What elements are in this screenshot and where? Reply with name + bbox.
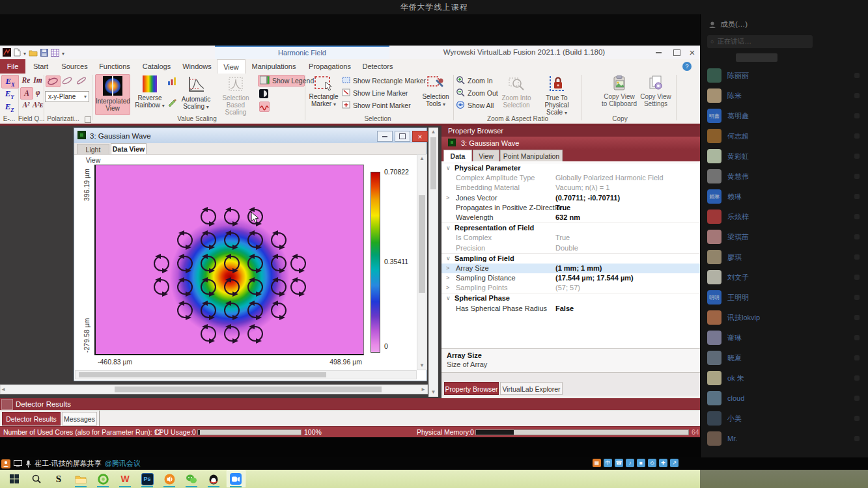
taskbar-icon-start[interactable] <box>8 472 21 485</box>
ribbon-tab-catalogs[interactable]: Catalogs <box>136 59 177 74</box>
taskbar-icon-photoshop[interactable]: Ps <box>141 472 154 485</box>
zoom-out-button[interactable]: Zoom Out <box>456 87 498 99</box>
interpolated-view-button[interactable]: Interpolated View <box>95 74 130 115</box>
taskbar-icon-explorer[interactable] <box>74 472 87 485</box>
participant-row[interactable]: 何志超 <box>707 128 862 144</box>
expand-icon[interactable]: > <box>446 193 454 203</box>
tree-property-row[interactable]: Complex Amplitude TypeGlobally Polarized… <box>441 173 700 183</box>
collapse-icon[interactable]: ∨ <box>446 223 454 233</box>
tree-property-row[interactable]: >Sampling Points(57; 57) <box>441 283 700 293</box>
field-quantity-button-1[interactable]: Re <box>20 75 32 86</box>
ribbon-tab-view[interactable]: View <box>217 59 245 74</box>
polarization-ellipse-3-button[interactable] <box>75 75 89 86</box>
collapse-icon[interactable]: ∨ <box>446 163 454 173</box>
dialog-launcher-icon[interactable] <box>85 116 91 123</box>
qat-customize-caret-icon[interactable]: ▾ <box>62 51 64 57</box>
detector-results-header[interactable]: Detector Results <box>0 398 700 410</box>
rectangle-marker-button[interactable]: Rectangle Marker ▾ <box>307 74 340 115</box>
tab-messages[interactable]: Messages <box>62 412 97 426</box>
tree-property-row[interactable]: PrecisionDouble <box>441 243 700 253</box>
expand-icon[interactable]: > <box>446 264 454 273</box>
doc-close-button[interactable]: × <box>412 131 428 142</box>
zoom-in-button[interactable]: Zoom In <box>456 75 493 87</box>
participant-row[interactable]: 明鑫葛明鑫 <box>707 107 862 124</box>
participant-row[interactable]: 明明王明明 <box>707 289 862 306</box>
property-browser-header[interactable]: Property Browser <box>441 126 700 137</box>
mdi-vertical-scrollbar[interactable]: ▲ ▼ <box>428 128 438 397</box>
taskbar-icon-meeting[interactable] <box>229 472 242 485</box>
tab-light-view[interactable]: Light View <box>77 144 109 154</box>
tree-property-row[interactable]: Wavelength632 nm <box>441 213 700 223</box>
doc-restore-button[interactable] <box>395 131 410 142</box>
field-quantity-button-4[interactable]: φ <box>32 87 44 98</box>
field-quantity-button-5[interactable]: A² <box>20 100 32 111</box>
meeting-toolbar-icon-1[interactable]: ▦ <box>593 459 601 467</box>
tab-point-manipulation[interactable]: Point Manipulation <box>500 150 563 161</box>
close-button[interactable]: × <box>685 47 699 57</box>
selection-tools-button[interactable]: Selection Tools ▾ <box>421 74 451 115</box>
participant-row[interactable]: 廖琪 <box>707 249 862 265</box>
participant-row[interactable]: Mr. <box>707 430 862 447</box>
contrast-view-icon[interactable] <box>259 89 268 101</box>
contextual-tab-harmonic-field[interactable]: Harmonic Field <box>215 46 389 60</box>
participant-row[interactable]: 讯技lokvip <box>707 309 862 326</box>
ribbon-tab-file[interactable]: File <box>0 59 25 74</box>
participant-row[interactable]: 刘文子 <box>707 269 862 286</box>
meeting-toolbar-icon-4[interactable]: ♪ <box>626 459 634 467</box>
tab-view[interactable]: View <box>473 150 499 161</box>
document-horizontal-scrollbar[interactable] <box>75 370 417 379</box>
share-meeting-link[interactable]: @腾讯会议 <box>105 459 141 468</box>
ribbon-tab-detectors[interactable]: Detectors <box>357 59 398 74</box>
tree-property-row[interactable]: Propagates in Positive Z-DirectionTrue <box>441 203 700 213</box>
tree-property-row[interactable]: Has Spherical Phase RadiusFalse <box>441 304 700 314</box>
minimize-button[interactable] <box>651 47 665 57</box>
taskbar-icon-browser[interactable] <box>96 472 109 485</box>
participant-row[interactable]: cloud <box>707 390 862 407</box>
tree-category-row[interactable]: ∨Spherical Phase <box>441 293 700 303</box>
participant-row[interactable]: 陈丽丽 <box>707 67 862 84</box>
meeting-toolbar-icon-3[interactable]: ☎ <box>615 459 623 467</box>
participant-search-input[interactable]: ○ 正在讲话… <box>707 35 813 48</box>
tab-virtuallab-explorer[interactable]: VirtualLab Explorer <box>500 382 563 395</box>
edit-scaling-icon[interactable] <box>167 98 176 109</box>
reverse-rainbow-button[interactable]: Reverse Rainbow ▾ <box>133 74 167 115</box>
ribbon-tab-sources[interactable]: Sources <box>56 59 93 74</box>
e-component-button-y[interactable]: EY <box>1 88 18 100</box>
tab-data-view[interactable]: Data View <box>111 143 147 154</box>
tree-property-row[interactable]: >Jones Vector(0.70711; -i0.70711) <box>441 193 700 203</box>
meeting-toolbar-icon-2[interactable]: 中 <box>604 459 612 467</box>
collapse-icon[interactable]: ∨ <box>446 254 454 264</box>
ribbon-tab-start[interactable]: Start <box>25 59 56 74</box>
participant-row[interactable]: 赖琳赖琳 <box>707 188 862 205</box>
tree-category-row[interactable]: ∨Representation of Field <box>441 223 700 233</box>
ribbon-tab-windows[interactable]: Windows <box>177 59 217 74</box>
meeting-toolbar-icon-8[interactable]: ↗ <box>670 459 679 467</box>
scrollbar-thumb[interactable] <box>115 386 382 392</box>
scrollbar-thumb[interactable] <box>79 372 326 377</box>
ribbon-tab-functions[interactable]: Functions <box>93 59 136 74</box>
copy-view-settings-button[interactable]: Copy View Settings <box>638 74 673 115</box>
meeting-toolbar-icon-6[interactable]: ◇ <box>648 459 656 467</box>
property-browser-document-row[interactable]: 3: Gaussian Wave <box>441 137 700 150</box>
show-point-marker-toggle[interactable]: Show Point Marker <box>342 100 411 111</box>
new-dropdown-caret-icon[interactable]: ▾ <box>23 51 26 57</box>
taskbar-icon-search[interactable] <box>30 472 43 485</box>
maximize-button[interactable] <box>669 47 684 57</box>
ribbon-tab-manipulations[interactable]: Manipulations <box>245 59 302 74</box>
table-tool-icon[interactable] <box>51 47 59 59</box>
participant-row[interactable]: 乐炫梓 <box>707 208 862 225</box>
show-rectangle-marker-toggle[interactable]: Show Rectangle Marker <box>342 75 426 87</box>
participant-row[interactable]: 梁琪苗 <box>707 228 862 245</box>
taskbar-icon-wps[interactable]: W <box>119 472 132 485</box>
scrollbar-thumb[interactable] <box>419 195 425 293</box>
e-component-button-z[interactable]: EZ <box>1 101 18 113</box>
document-title-bar[interactable]: 3: Gaussian Wave × <box>74 128 427 143</box>
polarization-plane-dropdown[interactable]: x-y-Plane▾ <box>45 91 89 102</box>
tree-category-row[interactable]: ∨Sampling of Field <box>441 253 700 264</box>
tab-property-browser[interactable]: Property Browser <box>444 382 499 395</box>
taskbar-icon-wechat[interactable] <box>185 472 198 485</box>
save-icon[interactable] <box>40 47 48 59</box>
field-quantity-button-2[interactable]: Im <box>32 75 44 86</box>
participant-row[interactable]: 黄彩虹 <box>707 148 862 165</box>
participant-row[interactable]: ok 朱 <box>707 370 862 386</box>
